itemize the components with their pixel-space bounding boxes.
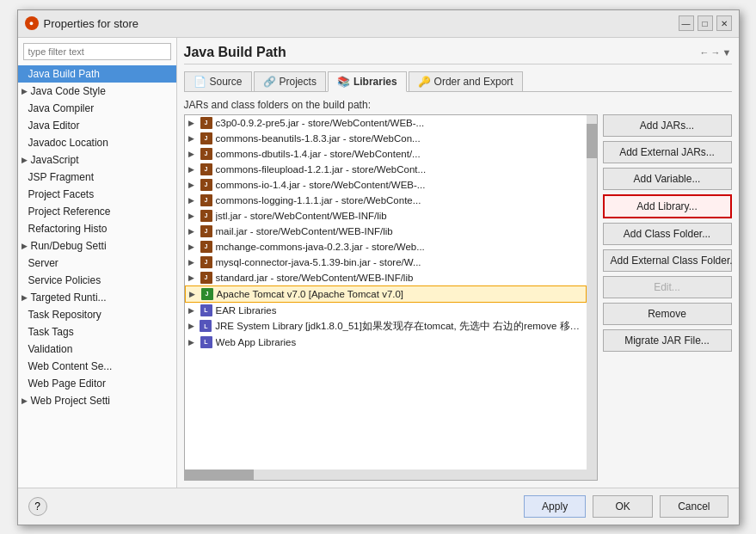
minimize-button[interactable]: — [679, 15, 694, 31]
list-item[interactable]: ▶Jcommons-logging-1.1.1.jar - store/WebC… [185, 193, 587, 208]
list-item[interactable]: ▶Jcommons-io-1.4.jar - store/WebContent/… [185, 177, 587, 193]
tab-icon: 🔑 [418, 76, 431, 88]
sidebar-item[interactable]: ▶Targeted Runti... [18, 289, 176, 306]
jar-item-label: JRE System Library [jdk1.8.0_51]如果发现存在to… [215, 320, 582, 333]
tab-label: Projects [280, 76, 317, 88]
tab-source[interactable]: 📄Source [184, 71, 252, 91]
tab-libraries[interactable]: 📚Libraries [328, 71, 407, 92]
sidebar-item[interactable]: ▶JavaScript [18, 151, 176, 169]
jar-scrollbar-v[interactable] [587, 115, 597, 470]
sidebar-item[interactable]: Project Reference [18, 203, 176, 220]
sidebar-item[interactable]: JSP Fragment [18, 169, 176, 186]
filter-input[interactable] [23, 43, 171, 60]
ok-button[interactable]: OK [593, 495, 653, 518]
expand-arrow-icon: ▶ [22, 293, 28, 302]
jar-icon: J [200, 117, 212, 129]
sidebar-item[interactable]: Web Page Editor [18, 375, 176, 392]
sidebar-item[interactable]: ▶Java Code Style [18, 83, 176, 100]
tab-order-and-export[interactable]: 🔑Order and Export [409, 71, 523, 91]
list-item[interactable]: ▶Jmysql-connector-java-5.1.39-bin.jar - … [185, 255, 587, 270]
remove-button[interactable]: Remove [603, 303, 732, 325]
add-jars-button[interactable]: Add JARs... [603, 114, 732, 137]
tabs: 📄Source🔗Projects📚Libraries🔑Order and Exp… [184, 71, 732, 92]
tab-label: Source [210, 76, 243, 88]
list-item[interactable]: ▶Jjstl.jar - store/WebContent/WEB-INF/li… [185, 208, 587, 224]
cancel-button[interactable]: Cancel [660, 495, 728, 518]
expand-arrow-icon: ▶ [22, 396, 28, 405]
dialog-title: Properties for store [44, 17, 139, 30]
list-item[interactable]: ▶LEAR Libraries [185, 303, 587, 318]
list-item[interactable]: ▶LJRE System Library [jdk1.8.0_51]如果发现存在… [185, 318, 587, 335]
list-item[interactable]: ▶Jcommons-dbutils-1.4.jar - store/WebCon… [185, 146, 587, 162]
list-item[interactable]: ▶Jstandard.jar - store/WebContent/WEB-IN… [185, 270, 587, 285]
add-class-folder-button[interactable]: Add Class Folder... [603, 223, 732, 245]
sidebar-tree: Java Build Path▶Java Code StyleJava Comp… [18, 65, 176, 488]
migrate-jar-file-button[interactable]: Migrate JAR File... [603, 329, 732, 352]
back-arrow[interactable]: ← [700, 47, 710, 58]
sidebar-item-label: Task Tags [28, 326, 74, 338]
list-item[interactable]: ▶Jmail.jar - store/WebContent/WEB-INF/li… [185, 224, 587, 239]
expand-icon: ▶ [188, 181, 197, 189]
sidebar-item[interactable]: Task Repository [18, 306, 176, 323]
tab-projects[interactable]: 🔗Projects [254, 71, 326, 91]
expand-icon: ▶ [188, 196, 197, 205]
jar-list[interactable]: ▶Jc3p0-0.9.2-pre5.jar - store/WebContent… [185, 115, 587, 470]
sidebar-item[interactable]: ▶Web Project Setti [18, 392, 176, 409]
list-item[interactable]: ▶Jmchange-commons-java-0.2.3.jar - store… [185, 239, 587, 255]
dropdown-arrow[interactable]: ▼ [722, 47, 732, 58]
jar-item-label: c3p0-0.9.2-pre5.jar - store/WebContent/W… [216, 118, 425, 128]
sidebar-item[interactable]: Java Compiler [18, 100, 176, 117]
expand-icon: ▶ [188, 322, 197, 330]
sidebar-item[interactable]: Javadoc Location [18, 134, 176, 151]
sidebar-item[interactable]: Java Build Path [18, 65, 176, 83]
sidebar-item[interactable]: Web Content Se... [18, 358, 176, 375]
add-external-class-folder-button[interactable]: Add External Class Folder... [603, 249, 732, 272]
button-panel: Add JARs...Add External JARs...Add Varia… [603, 114, 732, 481]
sidebar-item[interactable]: Java Editor [18, 117, 176, 134]
dialog-footer: ? Apply OK Cancel [18, 488, 739, 525]
jar-item-label: Web App Libraries [216, 337, 297, 347]
add-external-jars-button[interactable]: Add External JARs... [603, 141, 732, 163]
list-item[interactable]: ▶Jcommons-beanutils-1.8.3.jar - store/We… [185, 131, 587, 146]
sidebar-item-label: Validation [28, 343, 73, 355]
sidebar-item[interactable]: Service Policies [18, 272, 176, 289]
jar-item-label: EAR Libraries [216, 305, 277, 316]
jar-icon: J [200, 179, 212, 191]
forward-arrow[interactable]: → [711, 47, 721, 58]
add-variable-button[interactable]: Add Variable... [603, 168, 732, 190]
sidebar-item[interactable]: Project Facets [18, 186, 176, 203]
apply-button[interactable]: Apply [524, 495, 586, 518]
help-button[interactable]: ? [28, 497, 47, 516]
list-item[interactable]: ▶Jc3p0-0.9.2-pre5.jar - store/WebContent… [185, 115, 587, 131]
expand-icon: ▶ [188, 273, 197, 282]
sidebar-item[interactable]: Validation [18, 341, 176, 358]
expand-icon: ▶ [188, 134, 197, 143]
section-title: Java Build Path ← → ▼ [184, 45, 732, 64]
jar-item-label: mchange-commons-java-0.2.3.jar - store/W… [216, 242, 425, 252]
sidebar-item-label: Project Facets [28, 188, 95, 200]
sidebar-item[interactable]: Refactoring Histo [18, 220, 176, 237]
jar-scrollbar-h[interactable] [185, 470, 597, 480]
jar-icon: J [200, 272, 212, 284]
jar-item-label: mail.jar - store/WebContent/WEB-INF/lib [216, 226, 393, 236]
tab-label: Order and Export [434, 76, 513, 88]
sidebar: Java Build Path▶Java Code StyleJava Comp… [18, 38, 177, 488]
list-item[interactable]: ▶LWeb App Libraries [185, 335, 587, 350]
list-item[interactable]: ▶JApache Tomcat v7.0 [Apache Tomcat v7.0… [185, 285, 587, 303]
jar-icon: J [200, 148, 212, 160]
jar-icon: J [200, 210, 212, 222]
add-library-button[interactable]: Add Library... [603, 194, 732, 218]
edit-button: Edit... [603, 276, 732, 298]
sidebar-item[interactable]: Server [18, 255, 176, 272]
dialog-icon: ● [25, 16, 39, 30]
scrollbar-h-thumb [185, 470, 254, 480]
list-item[interactable]: ▶Jcommons-fileupload-1.2.1.jar - store/W… [185, 162, 587, 177]
close-button[interactable]: ✕ [716, 15, 732, 31]
jar-icon: J [200, 256, 212, 268]
sidebar-item[interactable]: Task Tags [18, 323, 176, 341]
expand-icon: ▶ [189, 290, 198, 298]
maximize-button[interactable]: □ [698, 15, 713, 31]
sidebar-item-label: Javadoc Location [28, 137, 108, 149]
sidebar-item[interactable]: ▶Run/Debug Setti [18, 237, 176, 255]
jar-item-label: commons-dbutils-1.4.jar - store/WebConte… [216, 149, 421, 159]
